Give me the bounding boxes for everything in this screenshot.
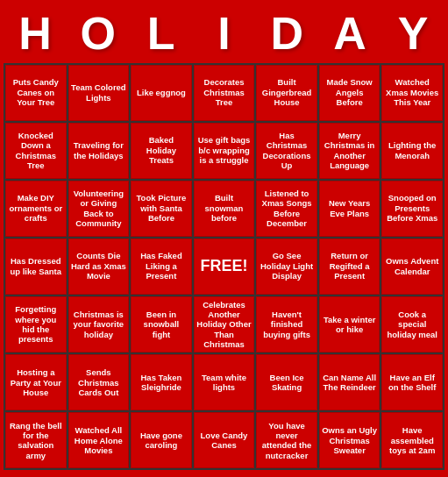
cell-text: Have assembled toys at 2am <box>384 425 440 455</box>
cell-text: New Years Eve Plans <box>322 198 378 218</box>
cell-text: Return or Regifted a Present <box>322 251 378 281</box>
cell-text: Use gift bags b/c wrapping is a struggle <box>196 135 252 165</box>
title-letter: O <box>68 7 129 60</box>
bingo-cell[interactable]: You have never attended the nutcracker <box>256 412 317 468</box>
cell-text: Has Christmas Decorations Up <box>259 131 315 171</box>
bingo-cell[interactable]: Make DIY ornaments or crafts <box>5 181 67 237</box>
bingo-cell[interactable]: Lighting the Menorah <box>381 123 443 179</box>
cell-text: Celebrates Another Holiday Other Than Ch… <box>196 300 252 350</box>
bingo-cell[interactable]: Built snowman before <box>194 181 255 237</box>
bingo-cell[interactable]: Built Gingerbread House <box>256 65 317 121</box>
cell-text: Been Ice Skating <box>259 373 315 393</box>
bingo-cell[interactable]: Rang the bell for the salvation army <box>5 412 67 468</box>
bingo-grid: Puts Candy Canes on Your TreeTeam Colore… <box>4 63 444 471</box>
cell-text: Have gone caroling <box>133 431 189 451</box>
cell-text: Has Dressed up like Santa <box>8 256 64 276</box>
cell-text: Hosting a Party at Your House <box>8 367 64 397</box>
cell-text: Knocked Down a Christmas Tree <box>8 131 64 171</box>
cell-text: You have never attended the nutcracker <box>259 421 315 461</box>
bingo-cell[interactable]: Have an Elf on the Shelf <box>381 354 443 410</box>
bingo-cell[interactable]: Sends Christmas Cards Out <box>68 354 130 410</box>
bingo-cell[interactable]: Watched Xmas Movies This Year <box>381 65 443 121</box>
bingo-cell[interactable]: Team white lights <box>194 354 255 410</box>
cell-text: Owns Advent Calendar <box>384 256 440 276</box>
cell-text: Forgetting where you hid the presents <box>8 304 64 345</box>
bingo-cell[interactable]: Decorates Christmas Tree <box>194 65 255 121</box>
bingo-cell[interactable]: Snooped on Presents Before Xmas <box>381 181 443 237</box>
cell-text: Take a winter or hike <box>322 315 378 335</box>
bingo-cell[interactable]: Has Dressed up like Santa <box>5 238 67 295</box>
bingo-cell[interactable]: Took Picture with Santa Before <box>131 181 192 237</box>
bingo-cell[interactable]: Love Candy Canes <box>194 412 255 468</box>
bingo-cell[interactable]: Return or Regifted a Present <box>319 238 380 295</box>
title-letter: L <box>131 7 192 60</box>
bingo-cell[interactable]: Celebrates Another Holiday Other Than Ch… <box>194 296 255 353</box>
bingo-cell[interactable]: Watched All Home Alone Movies <box>68 412 130 468</box>
cell-text: Love Candy Canes <box>196 431 252 451</box>
bingo-cell[interactable]: Counts Die Hard as Xmas Movie <box>68 238 130 295</box>
bingo-cell[interactable]: Puts Candy Canes on Your Tree <box>5 65 67 121</box>
bingo-cell[interactable]: Go See Holiday Light Display <box>256 238 317 295</box>
bingo-cell[interactable]: Has Faked Liking a Present <box>131 238 192 295</box>
cell-text: Owns an Ugly Christmas Sweater <box>322 425 378 455</box>
bingo-cell[interactable]: Haven't finished buying gifts <box>256 296 317 353</box>
cell-text: Team white lights <box>196 373 252 393</box>
cell-text: Watched Xmas Movies This Year <box>384 77 440 107</box>
cell-text: Volunteering or Giving Back to Community <box>71 189 127 229</box>
bingo-cell[interactable]: Hosting a Party at Your House <box>5 354 67 410</box>
bingo-cell[interactable]: Owns Advent Calendar <box>381 238 443 295</box>
bingo-card: HOLIDAY Puts Candy Canes on Your TreeTea… <box>0 4 448 474</box>
bingo-cell[interactable]: Traveling for the Holidays <box>68 123 130 179</box>
bingo-cell[interactable]: Team Colored Lights <box>68 65 130 121</box>
cell-text: Like eggnog <box>137 88 186 97</box>
title-letter: D <box>256 7 317 60</box>
title-letter: Y <box>382 7 444 60</box>
bingo-cell[interactable]: Cook a special holiday meal <box>381 296 443 353</box>
bingo-title: HOLIDAY <box>4 7 444 60</box>
bingo-cell[interactable]: Been in snowball fight <box>131 296 192 353</box>
bingo-cell[interactable]: Been Ice Skating <box>256 354 317 410</box>
bingo-cell[interactable]: Forgetting where you hid the presents <box>5 296 67 353</box>
cell-text: Go See Holiday Light Display <box>259 251 315 281</box>
cell-text: FREE! <box>200 257 247 276</box>
cell-text: Decorates Christmas Tree <box>196 77 252 107</box>
cell-text: Watched All Home Alone Movies <box>71 425 127 455</box>
cell-text: Sends Christmas Cards Out <box>71 367 127 397</box>
cell-text: Built Gingerbread House <box>259 77 315 107</box>
bingo-cell[interactable]: Have assembled toys at 2am <box>381 412 443 468</box>
bingo-cell[interactable]: Has Taken Sleighride <box>131 354 192 410</box>
bingo-cell[interactable]: Volunteering or Giving Back to Community <box>68 181 130 237</box>
cell-text: Have an Elf on the Shelf <box>384 373 440 393</box>
cell-text: Lighting the Menorah <box>384 140 440 160</box>
cell-text: Rang the bell for the salvation army <box>8 421 64 461</box>
bingo-cell[interactable]: Baked Holiday Treats <box>131 123 192 179</box>
bingo-cell[interactable]: Listened to Xmas Songs Before December <box>256 181 317 237</box>
cell-text: Has Taken Sleighride <box>133 373 189 393</box>
cell-text: Haven't finished buying gifts <box>259 310 315 339</box>
cell-text: Counts Die Hard as Xmas Movie <box>71 251 127 281</box>
bingo-cell[interactable]: Have gone caroling <box>131 412 192 468</box>
cell-text: Christmas is your favorite holiday <box>71 310 127 339</box>
cell-text: Cook a special holiday meal <box>384 310 440 339</box>
bingo-cell[interactable]: Take a winter or hike <box>319 296 380 353</box>
title-letter: H <box>4 7 66 60</box>
cell-text: Built snowman before <box>196 193 252 223</box>
cell-text: Merry Christmas in Another Language <box>322 131 378 171</box>
cell-text: Make DIY ornaments or crafts <box>8 193 64 223</box>
title-letter: I <box>193 7 254 60</box>
bingo-cell[interactable]: Merry Christmas in Another Language <box>319 123 380 179</box>
bingo-cell[interactable]: Like eggnog <box>131 65 192 121</box>
bingo-cell[interactable]: Owns an Ugly Christmas Sweater <box>319 412 380 468</box>
cell-text: Baked Holiday Treats <box>133 135 189 165</box>
bingo-cell[interactable]: FREE! <box>194 238 255 295</box>
cell-text: Team Colored Lights <box>71 82 127 103</box>
bingo-cell[interactable]: Christmas is your favorite holiday <box>68 296 130 353</box>
bingo-cell[interactable]: Has Christmas Decorations Up <box>256 123 317 179</box>
bingo-cell[interactable]: Can Name All The Reindeer <box>319 354 380 410</box>
bingo-cell[interactable]: New Years Eve Plans <box>319 181 380 237</box>
bingo-cell[interactable]: Use gift bags b/c wrapping is a struggle <box>194 123 255 179</box>
bingo-cell[interactable]: Made Snow Angels Before <box>319 65 380 121</box>
cell-text: Has Faked Liking a Present <box>133 251 189 281</box>
bingo-cell[interactable]: Knocked Down a Christmas Tree <box>5 123 67 179</box>
cell-text: Been in snowball fight <box>133 310 189 339</box>
